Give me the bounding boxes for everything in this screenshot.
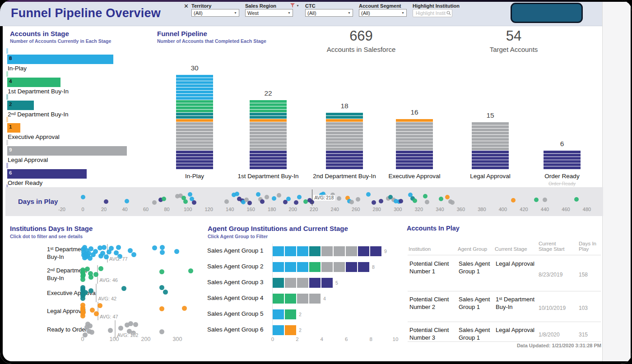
inst-dot[interactable] <box>90 308 95 313</box>
agent-segment-navy[interactable] <box>321 278 333 288</box>
inst-dot[interactable] <box>131 252 136 257</box>
agent-segment-blue[interactable] <box>273 309 284 319</box>
filter-select[interactable]: (All)▼ <box>305 9 353 17</box>
inst-dot[interactable] <box>118 326 123 331</box>
funnel-bar-2[interactable] <box>250 100 287 170</box>
close-icon[interactable]: ✕ <box>184 3 189 9</box>
inst-dot[interactable] <box>128 321 133 326</box>
agent-segment-gray[interactable] <box>321 246 333 256</box>
stage-bar-4[interactable]: 1 <box>7 123 20 133</box>
inst-dot[interactable] <box>93 272 98 277</box>
funnel-bar-5[interactable] <box>472 122 509 170</box>
days-dot[interactable] <box>445 195 450 199</box>
days-dot[interactable] <box>162 197 166 201</box>
agent-segment-navy[interactable] <box>370 246 381 256</box>
inst-dot[interactable] <box>81 310 86 315</box>
inst-dot[interactable] <box>128 248 133 253</box>
agent-segment-orange[interactable] <box>285 325 296 335</box>
agent-segment-gray[interactable] <box>285 278 296 288</box>
days-dot[interactable] <box>425 200 429 204</box>
funnel-bar-4[interactable] <box>396 119 433 170</box>
inst-dot[interactable] <box>83 290 88 295</box>
agent-group-label[interactable]: Sales Agent Group 6 <box>207 326 264 333</box>
days-dot[interactable] <box>183 199 188 204</box>
inst-dot[interactable] <box>133 322 138 327</box>
inst-dot[interactable] <box>88 275 93 280</box>
days-dot[interactable] <box>277 193 281 198</box>
inst-dot[interactable] <box>102 245 107 250</box>
days-dot[interactable] <box>349 200 354 204</box>
highlight-institution-input[interactable] <box>415 10 446 16</box>
days-dot[interactable] <box>543 198 547 202</box>
days-dot[interactable] <box>337 196 341 201</box>
agent-group-label[interactable]: Sales Agent Group 5 <box>207 310 264 317</box>
search-icon[interactable] <box>446 9 451 17</box>
inst-dot[interactable] <box>85 267 90 272</box>
days-dot[interactable] <box>534 198 539 202</box>
stage-bar-6[interactable]: 6 <box>7 169 87 179</box>
inst-dot[interactable] <box>121 286 126 291</box>
agent-segment-blue[interactable] <box>273 262 284 272</box>
inst-dot[interactable] <box>94 311 99 316</box>
agent-segment-blue[interactable] <box>273 246 284 256</box>
inst-dot[interactable] <box>159 285 164 290</box>
inst-dot[interactable] <box>81 272 86 277</box>
days-dot[interactable] <box>372 200 376 205</box>
filter-menu-caret-icon[interactable]: ▼ <box>296 4 299 7</box>
inst-dot[interactable] <box>174 249 179 254</box>
filter-select[interactable]: (All)▼ <box>191 9 239 17</box>
agent-segment-navy[interactable] <box>358 262 369 272</box>
days-dot[interactable] <box>511 198 516 203</box>
days-dot[interactable] <box>81 195 85 199</box>
agent-group-label[interactable]: Sales Agent Group 1 <box>207 247 264 254</box>
agent-segment-blue[interactable] <box>297 246 308 256</box>
agent-segment-gray[interactable] <box>321 262 333 272</box>
stage-bar-1[interactable]: 8 <box>7 55 113 64</box>
days-dot[interactable] <box>574 197 579 202</box>
agent-segment-teal[interactable] <box>309 246 321 256</box>
inst-dot[interactable] <box>116 245 121 250</box>
inst-dot[interactable] <box>89 330 94 335</box>
days-dot[interactable] <box>104 199 108 204</box>
agent-segment-blue[interactable] <box>297 262 308 272</box>
stage-bar-3[interactable]: 2 <box>7 101 34 110</box>
agent-segment-gray[interactable] <box>297 294 308 304</box>
agent-segment-blue[interactable] <box>285 246 296 256</box>
days-dot[interactable] <box>260 199 265 204</box>
days-dot[interactable] <box>152 200 157 205</box>
inst-dot[interactable] <box>182 306 187 311</box>
funnel-bar-1[interactable] <box>176 75 213 170</box>
agent-segment-gray[interactable] <box>334 262 345 272</box>
agent-segment-gray[interactable] <box>297 278 308 288</box>
days-dot[interactable] <box>399 199 403 203</box>
agent-segment-green[interactable] <box>273 294 284 304</box>
days-dot[interactable] <box>379 199 383 203</box>
filter-select[interactable]: (All)▼ <box>359 9 407 17</box>
agent-group-label[interactable]: Sales Agent Group 3 <box>207 279 264 286</box>
inst-dot[interactable] <box>88 288 93 293</box>
agent-segment-navy[interactable] <box>346 262 357 272</box>
days-dot[interactable] <box>224 199 229 204</box>
inst-dot[interactable] <box>80 277 85 282</box>
days-dot[interactable] <box>247 201 252 205</box>
funnel-bar-6[interactable] <box>544 151 581 170</box>
days-dot[interactable] <box>413 198 417 203</box>
inst-dot[interactable] <box>163 290 168 295</box>
agent-segment-blue[interactable] <box>285 262 296 272</box>
agent-segment-gray[interactable] <box>346 246 357 256</box>
agent-group-label[interactable]: Sales Agent Group 4 <box>207 295 264 301</box>
days-dot[interactable] <box>188 192 192 197</box>
days-dot[interactable] <box>356 197 360 202</box>
days-dot[interactable] <box>125 199 129 203</box>
days-dot[interactable] <box>366 192 371 197</box>
agent-segment-green[interactable] <box>285 294 296 304</box>
stage-bar-2[interactable]: 4 <box>7 78 60 87</box>
agent-segment-navy[interactable] <box>358 246 369 256</box>
header-action-button[interactable] <box>511 3 583 23</box>
days-dot[interactable] <box>272 196 276 201</box>
agent-segment-teal[interactable] <box>273 278 284 288</box>
days-dot[interactable] <box>192 200 196 205</box>
days-dot[interactable] <box>286 197 291 201</box>
inst-dot[interactable] <box>98 266 103 271</box>
days-dot[interactable] <box>235 192 239 196</box>
